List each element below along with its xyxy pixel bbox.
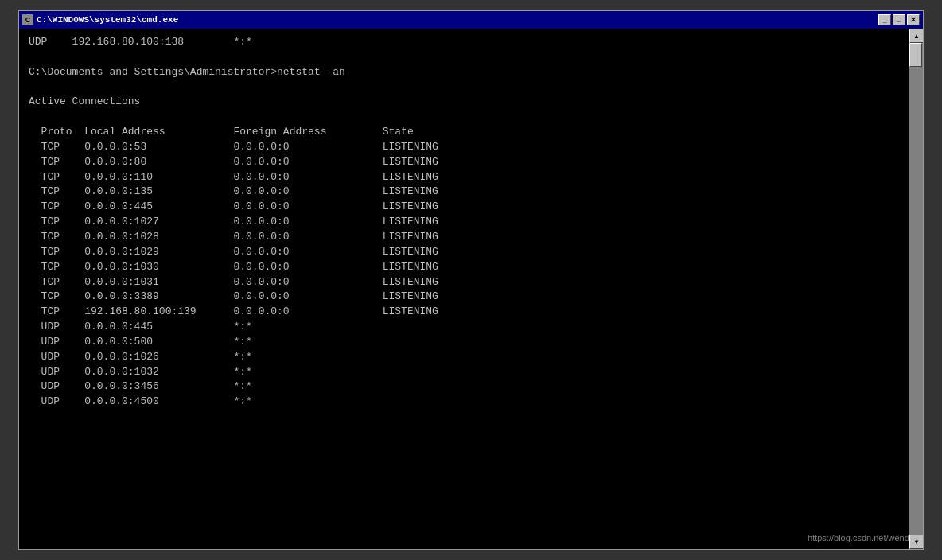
table-row: TCP 0.0.0.0:1029 0.0.0.0:0 LISTENING — [29, 245, 899, 260]
column-headers: Proto Local Address Foreign Address Stat… — [29, 125, 899, 140]
section-header: Active Connections — [29, 95, 899, 110]
table-row: UDP 0.0.0.0:1026 *:* — [29, 350, 899, 365]
title-buttons: _ □ ✕ — [878, 14, 920, 25]
scrollbar[interactable]: ▲ ▼ — [909, 29, 923, 549]
table-row: UDP 0.0.0.0:3456 *:* — [29, 379, 899, 395]
scroll-up-button[interactable]: ▲ — [909, 29, 923, 43]
maximize-button[interactable]: □ — [893, 14, 905, 25]
table-row: UDP 0.0.0.0:1032 *:* — [29, 365, 899, 380]
cmd-window: C C:\WINDOWS\system32\cmd.exe _ □ ✕ UDP … — [18, 10, 924, 550]
close-button[interactable]: ✕ — [907, 14, 920, 25]
table-row: UDP 0.0.0.0:500 *:* — [29, 335, 899, 350]
title-bar-left: C C:\WINDOWS\system32\cmd.exe — [22, 14, 178, 25]
title-bar: C C:\WINDOWS\system32\cmd.exe _ □ ✕ — [19, 11, 923, 29]
blank-line — [29, 50, 899, 65]
blank-line-3 — [29, 110, 899, 125]
watermark: https://blog.csdn.net/wend... — [808, 533, 917, 542]
terminal-output[interactable]: UDP 192.168.80.100:138 *:* C:\Documents … — [19, 29, 909, 549]
minimize-button[interactable]: _ — [878, 14, 891, 25]
table-row: TCP 0.0.0.0:445 0.0.0.0:0 LISTENING — [29, 200, 899, 215]
scroll-thumb[interactable] — [909, 43, 922, 67]
content-area: UDP 192.168.80.100:138 *:* C:\Documents … — [19, 29, 923, 549]
table-row: TCP 0.0.0.0:1030 0.0.0.0:0 LISTENING — [29, 260, 899, 275]
cmd-icon: C — [22, 14, 33, 25]
table-row: TCP 0.0.0.0:3389 0.0.0.0:0 LISTENING — [29, 290, 899, 305]
table-row: TCP 0.0.0.0:1027 0.0.0.0:0 LISTENING — [29, 215, 899, 230]
table-row: TCP 0.0.0.0:110 0.0.0.0:0 LISTENING — [29, 170, 899, 185]
scroll-track[interactable] — [909, 43, 923, 535]
table-row: TCP 0.0.0.0:135 0.0.0.0:0 LISTENING — [29, 185, 899, 200]
table-row: TCP 192.168.80.100:139 0.0.0.0:0 LISTENI… — [29, 305, 899, 320]
table-row: UDP 0.0.0.0:4500 *:* — [29, 395, 899, 410]
table-row: TCP 0.0.0.0:80 0.0.0.0:0 LISTENING — [29, 155, 899, 170]
command-line: C:\Documents and Settings\Administrator>… — [29, 65, 899, 80]
table-row: TCP 0.0.0.0:53 0.0.0.0:0 LISTENING — [29, 140, 899, 155]
prev-udp-line: UDP 192.168.80.100:138 *:* — [29, 35, 899, 50]
blank-line-2 — [29, 80, 899, 95]
table-row: TCP 0.0.0.0:1028 0.0.0.0:0 LISTENING — [29, 230, 899, 245]
table-row: TCP 0.0.0.0:1031 0.0.0.0:0 LISTENING — [29, 275, 899, 290]
table-row: UDP 0.0.0.0:445 *:* — [29, 320, 899, 335]
window-title: C:\WINDOWS\system32\cmd.exe — [37, 15, 178, 25]
